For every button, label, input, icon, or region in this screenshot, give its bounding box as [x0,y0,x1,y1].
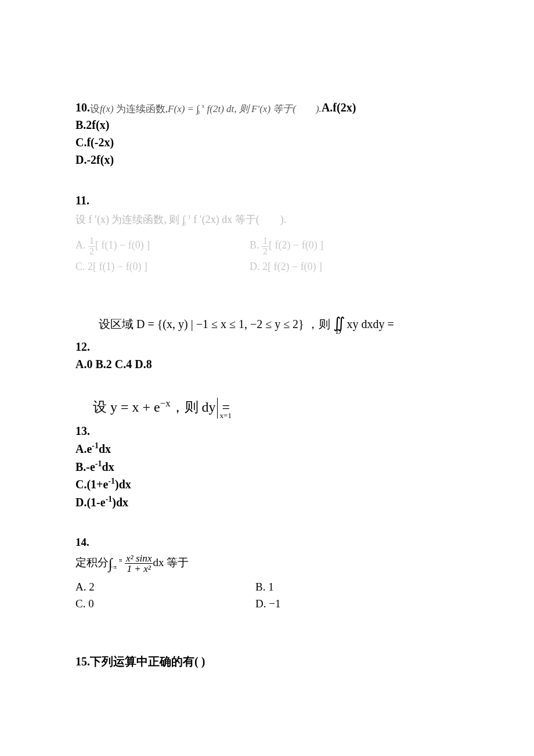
q13-stem-image: 设 y = x + e−x，则 dyx=1 = [93,396,459,419]
q13-option-a: A.e-1dx [75,442,111,455]
q11-number: 11. [75,192,459,209]
q14-number: 14. [75,534,459,551]
question-10: 10.设f(x) 为连续函数,F(x) = ∫0x f(2t) dt, 则 F′… [75,99,459,168]
q11-stem: 设 f ′(x) 为连续函数, 则 ∫01 f ′(2x) dx 等于( ). [75,209,459,230]
q13-number: 13. [75,424,90,437]
q10-option-d: D.-2f(x) [75,153,114,166]
q14-stem: 定积分∫−ππ x² sinx1 + x²dx 等于 [75,553,459,574]
q15-number: 15. [75,655,90,668]
q10-option-c: C.f(-2x) [75,136,114,149]
question-11: 11. 设 f ′(x) 为连续函数, 则 ∫01 f ′(2x) dx 等于(… [75,192,459,277]
q10-number: 10. [75,101,90,114]
q13-option-b: B.-e-1dx [75,460,114,473]
q14-option-b: B. 1 [255,579,274,596]
q12-number: 12. [75,340,90,353]
q11-option-b: B. 12[ f(2) − f(0) ] [250,235,400,256]
q15-stem: 下列运算中正确的有( ) [90,655,205,668]
q12-options: A.0 B.2 C.4 D.8 [75,358,152,370]
question-13: 设 y = x + e−x，则 dyx=1 = 13. A.e-1dx B.-e… [75,396,459,511]
q10-option-b: B.2f(x) [75,118,109,131]
question-14: 14. 定积分∫−ππ x² sinx1 + x²dx 等于 A. 2 B. 1… [75,534,459,613]
q11-option-c: C. 2[ f(1) − f(0) ] [75,256,250,277]
q10-option-a: A.f(2x) [322,101,356,114]
q14-option-c: C. 0 [75,596,255,613]
question-12: 设区域 D = {(x, y) | −1 ≤ x ≤ 1, −2 ≤ y ≤ 2… [75,312,459,373]
q11-option-a: A. 12[ f(1) − f(0) ] [75,235,250,256]
q14-option-d: D. −1 [255,596,280,613]
q10-stem-image: 设f(x) 为连续函数,F(x) = ∫0x f(2t) dt, 则 F′(x)… [90,103,322,114]
question-15: 15.下列运算中正确的有( ) [75,653,459,670]
q11-option-d: D. 2[ f(2) − f(0) ] [250,256,400,277]
q12-stem-image: 设区域 D = {(x, y) | −1 ≤ x ≤ 1, −2 ≤ y ≤ 2… [99,312,459,334]
q14-option-a: A. 2 [75,579,255,596]
q13-option-d: D.(1-e-1)dx [75,496,128,509]
q13-option-c: C.(1+e-1)dx [75,478,131,491]
q11-image-block: 设 f ′(x) 为连续函数, 则 ∫01 f ′(2x) dx 等于( ). … [75,209,459,277]
